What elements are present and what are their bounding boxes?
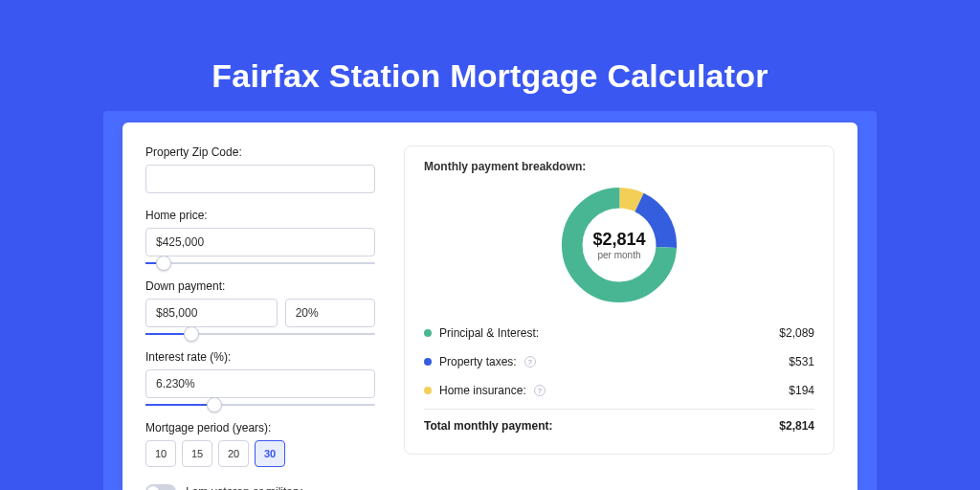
donut-center-amount: $2,814 (592, 230, 645, 250)
field-zip: Property Zip Code: (145, 145, 375, 193)
field-interest-rate: Interest rate (%): (145, 350, 375, 406)
veteran-toggle-knob (147, 486, 159, 490)
zip-label: Property Zip Code: (145, 145, 375, 159)
donut-center: $2,814 per month (592, 230, 645, 260)
legend-chip-insurance (424, 387, 432, 394)
home-price-slider-thumb[interactable] (156, 256, 171, 271)
legend-value-taxes: $531 (789, 355, 814, 368)
legend-value-principal: $2,089 (779, 326, 814, 340)
field-mortgage-period: Mortgage period (years): 10 15 20 30 (145, 421, 375, 467)
legend-label-taxes: Property taxes: (439, 355, 517, 368)
period-option-15[interactable]: 15 (182, 440, 212, 467)
interest-rate-label: Interest rate (%): (145, 350, 375, 364)
donut-chart-wrap: $2,814 per month (424, 179, 814, 319)
veteran-toggle[interactable] (145, 484, 176, 490)
period-option-30[interactable]: 30 (255, 440, 285, 467)
down-payment-slider[interactable] (145, 333, 375, 335)
legend-value-total: $2,814 (779, 419, 814, 433)
breakdown-panel: Monthly payment breakdown: $2,814 per mo… (404, 145, 835, 455)
legend-chip-principal (424, 329, 432, 337)
mortgage-period-label: Mortgage period (years): (145, 421, 375, 434)
interest-rate-slider[interactable] (145, 404, 375, 406)
interest-rate-slider-fill (145, 404, 214, 406)
period-option-10[interactable]: 10 (145, 440, 176, 467)
home-price-label: Home price: (145, 209, 375, 222)
veteran-toggle-row: I am veteran or military (145, 484, 375, 490)
form-column: Property Zip Code: Home price: Down paym… (145, 145, 375, 467)
field-down-payment: Down payment: (145, 279, 375, 335)
legend-chip-taxes (424, 358, 432, 366)
field-home-price: Home price: (145, 209, 375, 264)
zip-input[interactable] (145, 165, 375, 193)
donut-chart: $2,814 per month (557, 183, 681, 307)
legend-property-taxes: Property taxes: ? $531 (424, 347, 814, 376)
breakdown-title: Monthly payment breakdown: (424, 160, 814, 173)
info-icon[interactable]: ? (534, 385, 546, 396)
legend-label-insurance: Home insurance: (439, 384, 526, 397)
interest-rate-input[interactable] (145, 369, 375, 398)
down-payment-label: Down payment: (145, 279, 375, 293)
mortgage-period-options: 10 15 20 30 (145, 440, 375, 467)
down-payment-slider-thumb[interactable] (184, 326, 199, 342)
legend-label-total: Total monthly payment: (424, 419, 552, 433)
home-price-input[interactable] (145, 228, 375, 256)
legend-total: Total monthly payment: $2,814 (424, 409, 814, 440)
down-payment-percent-input[interactable] (285, 299, 375, 327)
page-title: Fairfax Station Mortgage Calculator (0, 0, 980, 95)
legend-label-principal: Principal & Interest: (439, 326, 539, 340)
info-icon[interactable]: ? (524, 356, 536, 368)
down-payment-amount-input[interactable] (145, 299, 278, 327)
interest-rate-slider-thumb[interactable] (207, 397, 222, 412)
legend-home-insurance: Home insurance: ? $194 (424, 376, 814, 405)
legend-principal-interest: Principal & Interest: $2,089 (424, 319, 814, 347)
home-price-slider[interactable] (145, 262, 375, 264)
legend-value-insurance: $194 (789, 384, 814, 397)
donut-center-sub: per month (592, 250, 645, 260)
veteran-toggle-label: I am veteran or military (186, 485, 302, 490)
period-option-20[interactable]: 20 (218, 440, 249, 467)
calculator-card: Property Zip Code: Home price: Down paym… (122, 122, 858, 490)
